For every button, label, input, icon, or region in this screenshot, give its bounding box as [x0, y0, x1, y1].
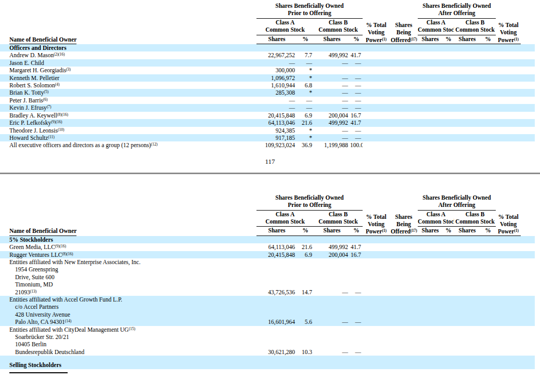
empty-cell	[363, 251, 390, 258]
class-a-shares-cell: 1,610,944	[256, 82, 297, 89]
name-of-beneficial-owner-header: Name of Beneficial Owner	[0, 35, 256, 44]
empty-cell	[418, 59, 443, 67]
empty-cell	[363, 97, 390, 104]
empty-cell	[480, 141, 496, 149]
owner-address-line: 10405 Berlin	[9, 341, 256, 348]
class-b-shares-cell: —	[314, 326, 350, 356]
header-line: Class B	[314, 211, 363, 218]
header-line: Shares Beneficially Owned	[256, 2, 363, 9]
owner-name: Margaret H. Georgiadis(3)	[9, 67, 256, 74]
empty-cell	[496, 104, 521, 111]
empty-cell	[521, 19, 535, 44]
empty-cell	[480, 251, 496, 258]
class-b-prior-header: Class BCommon Stock	[314, 211, 363, 227]
class-b-shares-cell: 200,004	[314, 112, 350, 119]
owner-row: Kenneth M. Pelletier1,096,972*——	[0, 74, 535, 82]
footnote-ref: (7)	[47, 104, 52, 109]
empty-cell	[443, 251, 454, 258]
percent-column-header: %	[443, 227, 454, 236]
page-divider	[0, 173, 540, 174]
empty-cell	[521, 211, 535, 236]
empty-cell	[443, 127, 454, 134]
shares-column-header: Shares	[454, 227, 480, 236]
empty-cell	[363, 326, 390, 356]
header-group-row: Shares Beneficially OwnedPrior to Offeri…	[0, 194, 535, 211]
footnote-ref: (9)(16)	[51, 120, 62, 124]
class-b-shares-cell: 200,004	[314, 251, 350, 258]
class-a-percent-cell: —	[297, 59, 314, 67]
footnote-ref: (4)	[55, 82, 60, 87]
empty-cell	[0, 211, 256, 227]
footnote-ref: (10)	[58, 127, 65, 132]
shares-column-header: Shares	[314, 35, 350, 44]
owner-address-line: Soarbrücker Str. 20/21	[9, 333, 256, 341]
empty-cell	[521, 74, 535, 82]
empty-cell	[496, 296, 521, 326]
empty-cell	[480, 243, 496, 251]
empty-cell	[480, 127, 496, 134]
owner-address-line: 21093(13)	[9, 289, 256, 296]
header-line: Voting	[364, 220, 389, 228]
empty-cell	[480, 59, 496, 67]
shares-column-header: Shares	[454, 35, 480, 44]
empty-cell	[363, 89, 390, 96]
empty-cell	[418, 82, 443, 89]
footnote-divider	[9, 372, 68, 373]
header-line: Class A	[256, 19, 314, 26]
empty-cell	[418, 67, 443, 74]
class-a-shares-cell: 16,601,964	[256, 296, 297, 326]
ownership-table-stockholders: Shares Beneficially OwnedPrior to Offeri…	[0, 194, 540, 369]
owner-name: Andrew D. Mason(2)(16)	[9, 51, 256, 59]
owner-name-cell: Rugger Ventures LLC(8)(16)	[0, 251, 256, 258]
class-a-percent-cell: *	[297, 134, 314, 141]
empty-cell	[418, 51, 443, 59]
owner-name-cell: Kenneth M. Pelletier	[0, 74, 256, 82]
class-b-percent-cell: 41.7	[350, 119, 363, 126]
spacer-row-el	[0, 356, 535, 361]
empty-cell	[521, 119, 535, 126]
class-b-shares-cell: —	[314, 104, 350, 111]
owner-address-line: Timonium, MD	[9, 281, 256, 288]
empty-cell	[390, 112, 418, 119]
beneficial-ownership-table: Shares Beneficially OwnedPrior to Offeri…	[0, 2, 535, 149]
empty-cell	[496, 112, 521, 119]
owner-row: Jason E. Child————	[0, 59, 535, 67]
owner-row: All executive officers and directors as …	[0, 141, 535, 149]
empty-cell	[454, 59, 480, 67]
empty-cell	[521, 243, 535, 251]
empty-cell	[363, 134, 390, 141]
footnote-ref: (14)	[65, 319, 72, 323]
empty-cell	[443, 51, 454, 59]
class-a-shares-cell: 300,000	[256, 67, 297, 74]
class-a-percent-cell: 21.6	[297, 243, 314, 251]
class-b-percent-cell: —	[350, 97, 363, 104]
empty-cell	[454, 112, 480, 119]
empty-cell	[521, 51, 535, 59]
header-class-row: Class ACommon StockClass BCommon Stock% …	[0, 211, 535, 227]
footnote-ref: (1)	[382, 37, 387, 42]
empty-cell	[480, 51, 496, 59]
shares-column-header: Shares	[314, 227, 350, 236]
empty-cell	[521, 127, 535, 134]
footnote-ref: (15)	[128, 326, 135, 331]
class-b-shares-cell: —	[314, 59, 350, 67]
owner-name-cell: Theodore J. Leonsis(10)	[0, 127, 256, 134]
empty-cell	[454, 89, 480, 96]
class-a-percent-cell: *	[297, 89, 314, 96]
table-header: Shares Beneficially OwnedPrior to Offeri…	[0, 194, 535, 236]
class-b-percent-cell: 16.7	[350, 112, 363, 119]
owner-name: Theodore J. Leonsis(10)	[9, 127, 256, 134]
header-line: Being	[391, 220, 417, 228]
percent-column-header: %	[297, 227, 314, 236]
empty-cell	[363, 51, 390, 59]
percent-column-header: %	[480, 227, 496, 236]
empty-cell	[443, 326, 454, 356]
header-line: Being	[391, 29, 417, 36]
empty-cell	[454, 74, 480, 82]
footnote-ref: (17)	[410, 228, 417, 233]
class-b-shares-cell: —	[314, 74, 350, 82]
class-b-shares-cell	[314, 67, 350, 74]
empty-cell	[390, 97, 418, 104]
header-line: Prior to Offering	[256, 201, 363, 208]
prior-offering-group-header: Shares Beneficially OwnedPrior to Offeri…	[256, 194, 363, 211]
